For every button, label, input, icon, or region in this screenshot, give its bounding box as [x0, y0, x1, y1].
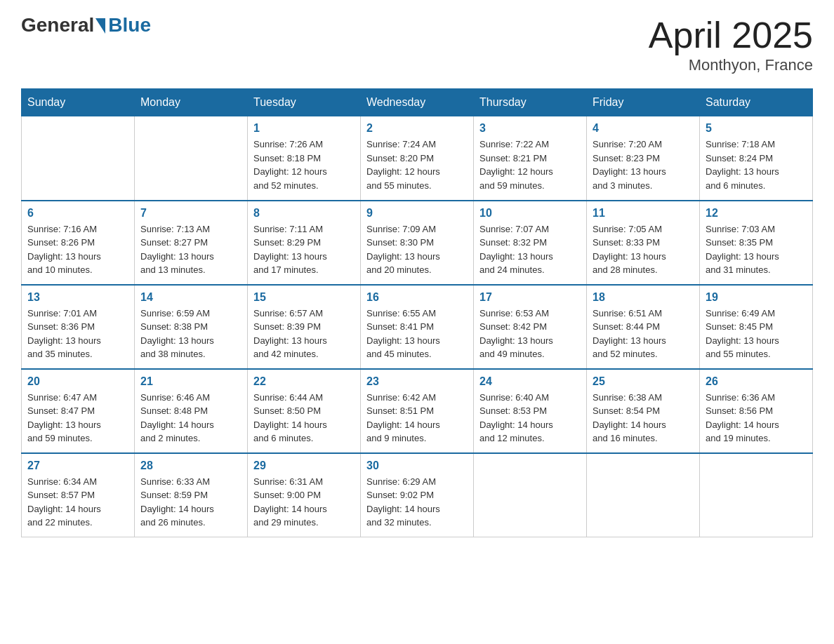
- calendar-day-cell: 11Sunrise: 7:05 AM Sunset: 8:33 PM Dayli…: [587, 201, 700, 285]
- header-saturday: Saturday: [700, 89, 813, 116]
- day-number: 16: [366, 291, 468, 304]
- title-block: April 2025 Monthyon, France: [649, 14, 813, 74]
- calendar-table: Sunday Monday Tuesday Wednesday Thursday…: [21, 88, 813, 537]
- calendar-title: April 2025: [649, 14, 813, 56]
- day-number: 6: [27, 207, 128, 220]
- logo-blue-text: Blue: [108, 14, 151, 36]
- calendar-week-row: 27Sunrise: 6:34 AM Sunset: 8:57 PM Dayli…: [22, 453, 813, 537]
- day-number: 9: [366, 207, 468, 220]
- day-info: Sunrise: 6:59 AM Sunset: 8:38 PM Dayligh…: [140, 307, 241, 361]
- day-number: 2: [366, 122, 468, 135]
- day-info: Sunrise: 6:46 AM Sunset: 8:48 PM Dayligh…: [140, 391, 241, 445]
- day-info: Sunrise: 7:09 AM Sunset: 8:30 PM Dayligh…: [366, 222, 468, 277]
- calendar-day-cell: 18Sunrise: 6:51 AM Sunset: 8:44 PM Dayli…: [587, 285, 700, 369]
- day-info: Sunrise: 6:38 AM Sunset: 8:54 PM Dayligh…: [593, 391, 694, 445]
- day-number: 12: [706, 207, 807, 220]
- page-header: General Blue April 2025 Monthyon, France: [21, 14, 813, 74]
- logo: General Blue: [21, 14, 151, 36]
- day-info: Sunrise: 7:07 AM Sunset: 8:32 PM Dayligh…: [479, 222, 581, 277]
- calendar-day-cell: 19Sunrise: 6:49 AM Sunset: 8:45 PM Dayli…: [700, 285, 813, 369]
- calendar-day-cell: 8Sunrise: 7:11 AM Sunset: 8:29 PM Daylig…: [248, 201, 361, 285]
- day-number: 23: [366, 375, 468, 388]
- day-info: Sunrise: 7:22 AM Sunset: 8:21 PM Dayligh…: [479, 137, 581, 192]
- day-info: Sunrise: 7:11 AM Sunset: 8:29 PM Dayligh…: [253, 222, 355, 277]
- weekday-row: Sunday Monday Tuesday Wednesday Thursday…: [22, 89, 813, 116]
- day-number: 19: [706, 291, 807, 304]
- calendar-day-cell: [587, 453, 700, 537]
- header-friday: Friday: [587, 89, 700, 116]
- calendar-day-cell: 26Sunrise: 6:36 AM Sunset: 8:56 PM Dayli…: [700, 369, 813, 453]
- day-info: Sunrise: 7:13 AM Sunset: 8:27 PM Dayligh…: [140, 222, 241, 277]
- calendar-day-cell: 6Sunrise: 7:16 AM Sunset: 8:26 PM Daylig…: [22, 201, 135, 285]
- calendar-day-cell: [135, 116, 248, 201]
- day-number: 11: [593, 207, 694, 220]
- header-monday: Monday: [135, 89, 248, 116]
- day-number: 26: [706, 375, 807, 388]
- day-info: Sunrise: 6:33 AM Sunset: 8:59 PM Dayligh…: [140, 475, 241, 530]
- day-number: 14: [140, 291, 241, 304]
- calendar-day-cell: 1Sunrise: 7:26 AM Sunset: 8:18 PM Daylig…: [248, 116, 361, 201]
- day-number: 5: [706, 122, 807, 135]
- calendar-day-cell: 23Sunrise: 6:42 AM Sunset: 8:51 PM Dayli…: [361, 369, 474, 453]
- day-number: 8: [253, 207, 355, 220]
- calendar-day-cell: 17Sunrise: 6:53 AM Sunset: 8:42 PM Dayli…: [474, 285, 587, 369]
- calendar-day-cell: 16Sunrise: 6:55 AM Sunset: 8:41 PM Dayli…: [361, 285, 474, 369]
- day-info: Sunrise: 7:16 AM Sunset: 8:26 PM Dayligh…: [27, 222, 128, 277]
- header-wednesday: Wednesday: [361, 89, 474, 116]
- calendar-day-cell: 7Sunrise: 7:13 AM Sunset: 8:27 PM Daylig…: [135, 201, 248, 285]
- calendar-day-cell: 21Sunrise: 6:46 AM Sunset: 8:48 PM Dayli…: [135, 369, 248, 453]
- day-number: 28: [140, 459, 241, 472]
- day-number: 7: [140, 207, 241, 220]
- day-info: Sunrise: 6:31 AM Sunset: 9:00 PM Dayligh…: [253, 475, 355, 530]
- calendar-day-cell: 20Sunrise: 6:47 AM Sunset: 8:47 PM Dayli…: [22, 369, 135, 453]
- calendar-day-cell: 29Sunrise: 6:31 AM Sunset: 9:00 PM Dayli…: [248, 453, 361, 537]
- calendar-header: Sunday Monday Tuesday Wednesday Thursday…: [22, 89, 813, 116]
- calendar-week-row: 1Sunrise: 7:26 AM Sunset: 8:18 PM Daylig…: [22, 116, 813, 201]
- day-number: 24: [479, 375, 581, 388]
- calendar-subtitle: Monthyon, France: [649, 56, 813, 74]
- day-number: 27: [27, 459, 128, 472]
- day-info: Sunrise: 6:44 AM Sunset: 8:50 PM Dayligh…: [253, 391, 355, 445]
- day-number: 13: [27, 291, 128, 304]
- day-number: 22: [253, 375, 355, 388]
- calendar-day-cell: 14Sunrise: 6:59 AM Sunset: 8:38 PM Dayli…: [135, 285, 248, 369]
- day-info: Sunrise: 6:57 AM Sunset: 8:39 PM Dayligh…: [253, 307, 355, 361]
- calendar-body: 1Sunrise: 7:26 AM Sunset: 8:18 PM Daylig…: [22, 116, 813, 537]
- calendar-day-cell: 24Sunrise: 6:40 AM Sunset: 8:53 PM Dayli…: [474, 369, 587, 453]
- day-number: 20: [27, 375, 128, 388]
- day-info: Sunrise: 7:20 AM Sunset: 8:23 PM Dayligh…: [593, 137, 694, 192]
- day-info: Sunrise: 7:26 AM Sunset: 8:18 PM Dayligh…: [253, 137, 355, 192]
- calendar-day-cell: 10Sunrise: 7:07 AM Sunset: 8:32 PM Dayli…: [474, 201, 587, 285]
- day-info: Sunrise: 7:18 AM Sunset: 8:24 PM Dayligh…: [706, 137, 807, 192]
- calendar-day-cell: 13Sunrise: 7:01 AM Sunset: 8:36 PM Dayli…: [22, 285, 135, 369]
- day-info: Sunrise: 6:55 AM Sunset: 8:41 PM Dayligh…: [366, 307, 468, 361]
- day-info: Sunrise: 6:40 AM Sunset: 8:53 PM Dayligh…: [479, 391, 581, 445]
- logo-general-text: General: [21, 14, 94, 36]
- day-info: Sunrise: 6:29 AM Sunset: 9:02 PM Dayligh…: [366, 475, 468, 530]
- day-number: 18: [593, 291, 694, 304]
- day-number: 10: [479, 207, 581, 220]
- day-info: Sunrise: 6:42 AM Sunset: 8:51 PM Dayligh…: [366, 391, 468, 445]
- header-sunday: Sunday: [22, 89, 135, 116]
- calendar-day-cell: [700, 453, 813, 537]
- calendar-day-cell: 4Sunrise: 7:20 AM Sunset: 8:23 PM Daylig…: [587, 116, 700, 201]
- day-number: 17: [479, 291, 581, 304]
- calendar-day-cell: 3Sunrise: 7:22 AM Sunset: 8:21 PM Daylig…: [474, 116, 587, 201]
- day-number: 21: [140, 375, 241, 388]
- day-info: Sunrise: 6:36 AM Sunset: 8:56 PM Dayligh…: [706, 391, 807, 445]
- calendar-day-cell: 28Sunrise: 6:33 AM Sunset: 8:59 PM Dayli…: [135, 453, 248, 537]
- calendar-day-cell: [22, 116, 135, 201]
- day-info: Sunrise: 6:47 AM Sunset: 8:47 PM Dayligh…: [27, 391, 128, 445]
- calendar-day-cell: 9Sunrise: 7:09 AM Sunset: 8:30 PM Daylig…: [361, 201, 474, 285]
- day-info: Sunrise: 7:03 AM Sunset: 8:35 PM Dayligh…: [706, 222, 807, 277]
- calendar-week-row: 6Sunrise: 7:16 AM Sunset: 8:26 PM Daylig…: [22, 201, 813, 285]
- day-number: 15: [253, 291, 355, 304]
- header-thursday: Thursday: [474, 89, 587, 116]
- day-number: 4: [593, 122, 694, 135]
- calendar-day-cell: 12Sunrise: 7:03 AM Sunset: 8:35 PM Dayli…: [700, 201, 813, 285]
- calendar-day-cell: 25Sunrise: 6:38 AM Sunset: 8:54 PM Dayli…: [587, 369, 700, 453]
- day-number: 3: [479, 122, 581, 135]
- day-info: Sunrise: 7:05 AM Sunset: 8:33 PM Dayligh…: [593, 222, 694, 277]
- day-info: Sunrise: 6:34 AM Sunset: 8:57 PM Dayligh…: [27, 475, 128, 530]
- day-number: 30: [366, 459, 468, 472]
